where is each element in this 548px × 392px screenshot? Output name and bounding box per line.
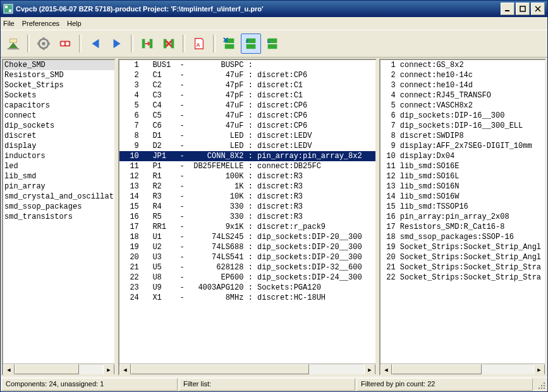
component-row[interactable]: 19 U2 - 74LS688 : dip_sockets:DIP-20__30… [119,242,375,252]
filter-library-button[interactable]: L [262,34,283,54]
menu-preferences[interactable]: Preferences [22,20,59,27]
library-row[interactable]: Choke_SMD [3,60,114,70]
library-row[interactable]: dip_sockets [3,121,114,131]
component-row[interactable]: 17 RR1 - 9x1K : discret:r_pack9 [119,222,375,232]
filter-keywords-button[interactable] [219,34,240,54]
footprint-row[interactable]: 2 connect:he10-14c [381,70,545,80]
hscrollbar[interactable]: ◄ ► [381,364,545,374]
component-row[interactable]: 13 R2 - 1K : discret:R3 [119,181,375,192]
footprint-row[interactable]: 7 dip_sockets:DIP-16__300_ELL [381,121,545,131]
scroll-left-icon[interactable]: ◄ [381,364,392,376]
component-row[interactable]: 4 C3 - 47pF : discret:C1 [119,90,375,101]
scroll-right-icon[interactable]: ► [103,364,114,376]
library-row[interactable]: lib_smd [3,171,114,181]
hscrollbar[interactable]: ◄ ► [3,364,114,374]
component-row[interactable]: 3 C2 - 47pF : discret:C1 [119,80,375,90]
component-row[interactable]: 2 C1 - 47uF : discret:CP6 [119,70,375,80]
scroll-right-icon[interactable]: ► [364,364,375,376]
component-row[interactable]: 9 D2 - LED : discret:LEDV [119,141,375,151]
library-row[interactable]: smd_transistors [3,212,114,222]
component-row[interactable]: 23 U9 - 4003APG120 : Sockets:PGA120 [119,283,375,293]
library-row[interactable]: display [3,141,114,151]
auto-associate-button[interactable] [137,34,157,54]
close-button[interactable] [531,3,545,15]
component-row[interactable]: 5 C4 - 47uF : discret:CP6 [119,101,375,111]
component-row[interactable]: 10 JP1 - CONN_8X2 : pin_array:pin_array_… [119,151,375,161]
library-row[interactable]: smd_crystal_and_oscillat [3,192,114,202]
svg-rect-37 [544,385,545,386]
library-row[interactable]: Sockets [3,90,114,101]
menu-help[interactable]: Help [67,20,82,27]
scroll-track[interactable] [15,364,103,374]
library-row[interactable]: inductors [3,151,114,161]
status-pincount: Filtered by pin count: 22 [356,378,533,391]
footprint-row[interactable]: 20 Socket_Strips:Socket_Strip_Angl [381,252,545,262]
footprint-row[interactable]: 16 pin_array:pin_array_2x08 [381,212,545,222]
footprint-row[interactable]: 10 display:Dx04 [381,151,545,161]
library-list[interactable]: Choke_SMDResistors_SMDSocket_StripsSocke… [3,60,114,364]
minimize-button[interactable] [501,3,515,15]
library-row[interactable]: pin_array [3,181,114,192]
footprint-list[interactable]: 1 connect:GS_8x2 2 connect:he10-14c 3 co… [381,60,545,364]
footprint-row[interactable]: 12 lib_smd:SO16L [381,171,545,181]
component-row[interactable]: 15 R4 - 330 : discret:R3 [119,202,375,212]
svg-text:A: A [196,42,200,48]
component-row[interactable]: 12 R1 - 100K : discret:R3 [119,171,375,181]
component-row[interactable]: 14 R3 - 10K : discret:R3 [119,192,375,202]
component-row[interactable]: 18 U1 - 74LS245 : dip_sockets:DIP-20__30… [119,232,375,242]
footprint-row[interactable]: 21 Socket_Strips:Socket_Strip_Stra [381,262,545,273]
component-row[interactable]: 8 D1 - LED : discret:LEDV [119,131,375,141]
footprint-row[interactable]: 22 Socket_Strips:Socket_Strip_Stra [381,273,545,283]
scroll-track[interactable] [392,364,533,374]
footprint-row[interactable]: 9 display:AFF_2x7SEG-DIGIT_10mm [381,141,545,151]
library-row[interactable]: Socket_Strips [3,80,114,90]
scroll-left-icon[interactable]: ◄ [119,364,131,376]
footprint-row[interactable]: 4 connect:RJ45_TRANSFO [381,90,545,101]
save-button[interactable] [3,34,23,54]
footprint-row[interactable]: 11 lib_smd:SO16E [381,161,545,171]
library-row[interactable]: smd_ssop_packages [3,202,114,212]
footprint-row[interactable]: 14 lib_smd:SO16W [381,192,545,202]
delete-associations-button[interactable] [159,34,179,54]
maximize-button[interactable] [516,3,530,15]
library-row[interactable]: connect [3,111,114,121]
footprint-row[interactable]: 5 connect:VASCH8x2 [381,101,545,111]
footprint-row[interactable]: 1 connect:GS_8x2 [381,60,545,70]
scroll-right-icon[interactable]: ► [533,364,545,376]
component-row[interactable]: 1 BUS1 - BUSPC : [119,60,375,70]
component-row[interactable]: 7 C6 - 47uF : discret:CP6 [119,121,375,131]
library-row[interactable]: Resistors_SMD [3,70,114,80]
component-row[interactable]: 21 U5 - 628128 : dip_sockets:DIP-32__600 [119,262,375,273]
component-row[interactable]: 6 C5 - 47uF : discret:CP6 [119,111,375,121]
component-row[interactable]: 22 U8 - EP600 : dip_sockets:DIP-24__300 [119,273,375,283]
component-row[interactable]: 16 R5 - 330 : discret:R3 [119,212,375,222]
svg-rect-18 [142,39,145,49]
library-row[interactable]: discret [3,131,114,141]
menu-file[interactable]: File [3,20,15,27]
footprint-row[interactable]: 6 dip_sockets:DIP-16__300 [381,111,545,121]
documentation-button[interactable]: A [189,34,209,54]
footprint-row[interactable]: 8 discret:SWDIP8 [381,131,545,141]
footprint-row[interactable]: 17 Resistors_SMD:R_Cat16-8 [381,222,545,232]
footprint-row[interactable]: 13 lib_smd:SO16N [381,181,545,192]
footprint-row[interactable]: 19 Socket_Strips:Socket_Strip_Angl [381,242,545,252]
view-footprint-button[interactable] [55,34,75,54]
filter-pincount-button[interactable]: # [241,34,261,54]
footprint-row[interactable]: 18 smd_ssop_packages:SSOP-16 [381,232,545,242]
svg-text:L: L [267,39,271,44]
prev-button[interactable] [85,34,106,54]
next-button[interactable] [107,34,127,54]
component-row[interactable]: 20 U3 - 74LS541 : dip_sockets:DIP-20__30… [119,252,375,262]
component-list[interactable]: 1 BUS1 - BUSPC : 2 C1 - 47uF : discret:C… [119,60,375,364]
component-row[interactable]: 11 P1 - DB25FEMELLE : connect:DB25FC [119,161,375,171]
component-row[interactable]: 24 X1 - 8MHz : discret:HC-18UH [119,293,375,303]
settings-button[interactable] [33,34,54,54]
scroll-track[interactable] [131,364,364,374]
scroll-left-icon[interactable]: ◄ [3,364,15,376]
library-row[interactable]: capacitors [3,101,114,111]
footprint-row[interactable]: 15 lib_smd:TSSOP16 [381,202,545,212]
library-row[interactable]: led [3,161,114,171]
resize-grip-icon[interactable] [533,377,547,391]
footprint-row[interactable]: 3 connect:he10-14d [381,80,545,90]
hscrollbar[interactable]: ◄ ► [119,364,375,374]
